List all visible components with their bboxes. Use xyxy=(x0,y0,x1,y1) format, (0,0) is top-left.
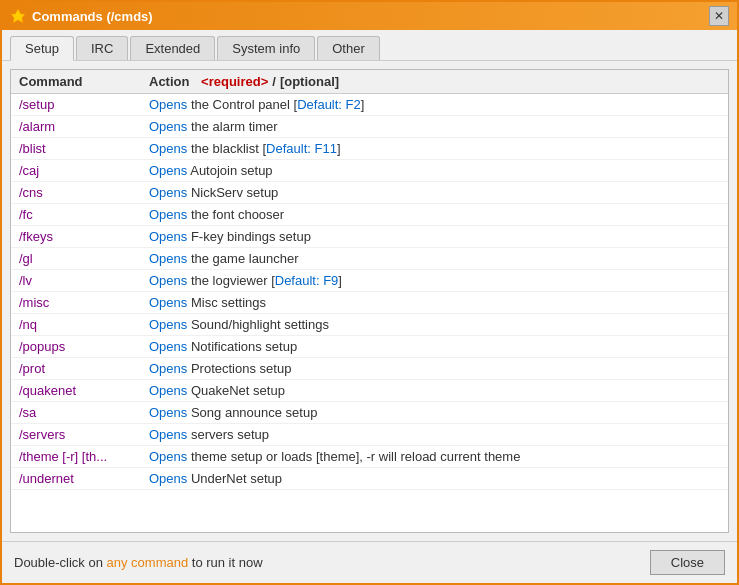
table-body: /setupOpens the Control panel [Default: … xyxy=(11,94,728,490)
commands-window: Commands (/cmds) ✕ Setup IRC Extended Sy… xyxy=(0,0,739,585)
table-row[interactable]: /lvOpens the logviewer [Default: F9] xyxy=(11,270,728,292)
table-row[interactable]: /quakenetOpens QuakeNet setup xyxy=(11,380,728,402)
header-command: Command xyxy=(19,74,149,89)
command-cell: /alarm xyxy=(19,119,149,134)
table-row[interactable]: /saOpens Song announce setup xyxy=(11,402,728,424)
table-row[interactable]: /protOpens Protections setup xyxy=(11,358,728,380)
window-title: Commands (/cmds) xyxy=(32,9,153,24)
action-cell: Opens QuakeNet setup xyxy=(149,383,720,398)
action-cell: Opens Misc settings xyxy=(149,295,720,310)
close-button[interactable]: Close xyxy=(650,550,725,575)
status-highlight: any command xyxy=(107,555,189,570)
tabs-bar: Setup IRC Extended System info Other xyxy=(2,30,737,61)
tab-extended[interactable]: Extended xyxy=(130,36,215,60)
command-cell: /blist xyxy=(19,141,149,156)
table-row[interactable]: /undernetOpens UnderNet setup xyxy=(11,468,728,490)
tab-sysinfo[interactable]: System info xyxy=(217,36,315,60)
header-optional: [optional] xyxy=(280,74,339,89)
command-cell: /cns xyxy=(19,185,149,200)
action-cell: Opens Notifications setup xyxy=(149,339,720,354)
command-cell: /popups xyxy=(19,339,149,354)
action-cell: Opens F-key bindings setup xyxy=(149,229,720,244)
title-bar-left: Commands (/cmds) xyxy=(10,8,153,24)
table-row[interactable]: /fkeysOpens F-key bindings setup xyxy=(11,226,728,248)
action-cell: Opens UnderNet setup xyxy=(149,471,720,486)
action-cell: Opens the font chooser xyxy=(149,207,720,222)
svg-marker-0 xyxy=(11,9,25,23)
action-cell: Opens the blacklist [Default: F11] xyxy=(149,141,720,156)
action-cell: Opens Protections setup xyxy=(149,361,720,376)
table-row[interactable]: /fcOpens the font chooser xyxy=(11,204,728,226)
window-icon xyxy=(10,8,26,24)
command-cell: /nq xyxy=(19,317,149,332)
action-cell: Opens NickServ setup xyxy=(149,185,720,200)
table-row[interactable]: /cajOpens Autojoin setup xyxy=(11,160,728,182)
title-bar: Commands (/cmds) ✕ xyxy=(2,2,737,30)
table-row[interactable]: /glOpens the game launcher xyxy=(11,248,728,270)
table-row[interactable]: /popupsOpens Notifications setup xyxy=(11,336,728,358)
content-area: Command Action <required> / [optional] /… xyxy=(2,61,737,541)
table-row[interactable]: /cnsOpens NickServ setup xyxy=(11,182,728,204)
command-cell: /gl xyxy=(19,251,149,266)
commands-table-container: Command Action <required> / [optional] /… xyxy=(10,69,729,533)
command-cell: /quakenet xyxy=(19,383,149,398)
action-cell: Opens Sound/highlight settings xyxy=(149,317,720,332)
command-cell: /caj xyxy=(19,163,149,178)
table-row[interactable]: /nqOpens Sound/highlight settings xyxy=(11,314,728,336)
command-cell: /fkeys xyxy=(19,229,149,244)
status-bar: Double-click on any command to run it no… xyxy=(2,541,737,583)
header-separator: / xyxy=(272,74,276,89)
tab-irc[interactable]: IRC xyxy=(76,36,128,60)
action-cell: Opens the game launcher xyxy=(149,251,720,266)
command-cell: /lv xyxy=(19,273,149,288)
header-action: Action <required> / [optional] xyxy=(149,74,720,89)
command-cell: /misc xyxy=(19,295,149,310)
table-header: Command Action <required> / [optional] xyxy=(11,70,728,94)
tab-setup[interactable]: Setup xyxy=(10,36,74,61)
tab-other[interactable]: Other xyxy=(317,36,380,60)
table-row[interactable]: /alarmOpens the alarm timer xyxy=(11,116,728,138)
status-text-before: Double-click on xyxy=(14,555,107,570)
command-cell: /fc xyxy=(19,207,149,222)
command-cell: /prot xyxy=(19,361,149,376)
command-cell: /setup xyxy=(19,97,149,112)
status-text-after: to run it now xyxy=(188,555,262,570)
action-cell: Opens theme setup or loads [theme], -r w… xyxy=(149,449,720,464)
status-text: Double-click on any command to run it no… xyxy=(14,555,263,570)
action-cell: Opens Autojoin setup xyxy=(149,163,720,178)
table-row[interactable]: /theme [-r] [th...Opens theme setup or l… xyxy=(11,446,728,468)
title-close-button[interactable]: ✕ xyxy=(709,6,729,26)
table-row[interactable]: /miscOpens Misc settings xyxy=(11,292,728,314)
action-cell: Opens the alarm timer xyxy=(149,119,720,134)
action-cell: Opens the Control panel [Default: F2] xyxy=(149,97,720,112)
action-cell: Opens Song announce setup xyxy=(149,405,720,420)
table-row[interactable]: /serversOpens servers setup xyxy=(11,424,728,446)
command-cell: /sa xyxy=(19,405,149,420)
command-cell: /servers xyxy=(19,427,149,442)
action-cell: Opens servers setup xyxy=(149,427,720,442)
header-action-label: Action xyxy=(149,74,189,89)
table-row[interactable]: /setupOpens the Control panel [Default: … xyxy=(11,94,728,116)
action-cell: Opens the logviewer [Default: F9] xyxy=(149,273,720,288)
command-cell: /undernet xyxy=(19,471,149,486)
table-row[interactable]: /blistOpens the blacklist [Default: F11] xyxy=(11,138,728,160)
command-cell: /theme [-r] [th... xyxy=(19,449,149,464)
header-required: <required> xyxy=(201,74,268,89)
